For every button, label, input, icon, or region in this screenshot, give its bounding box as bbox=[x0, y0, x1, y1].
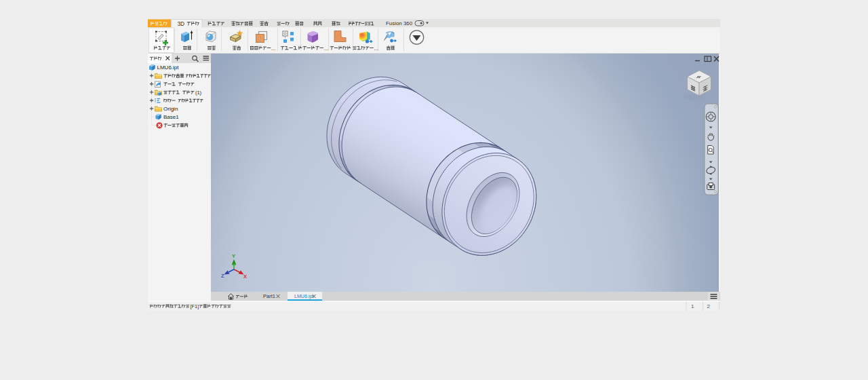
svg-text:...: ... bbox=[374, 45, 378, 52]
svg-text:Part1: Part1 bbox=[263, 293, 275, 299]
svg-text:...: ... bbox=[324, 45, 329, 52]
svg-text:LMU6.ipt: LMU6.ipt bbox=[157, 64, 180, 71]
svg-text:2: 2 bbox=[707, 303, 711, 309]
svg-text:Base1: Base1 bbox=[163, 114, 179, 120]
svg-text:LMU6.ipt: LMU6.ipt bbox=[294, 294, 313, 299]
svg-text:Y: Y bbox=[232, 253, 235, 259]
svg-text:[F1]: [F1] bbox=[191, 303, 199, 309]
svg-text:(1): (1) bbox=[195, 90, 202, 96]
svg-text:Origin: Origin bbox=[163, 106, 178, 112]
svg-text:X: X bbox=[243, 273, 247, 280]
svg-text:3D: 3D bbox=[178, 20, 185, 27]
svg-text:...: ... bbox=[271, 45, 276, 52]
svg-text:1: 1 bbox=[691, 303, 694, 309]
svg-text:Z: Z bbox=[221, 273, 224, 279]
svg-text:Fusion 360: Fusion 360 bbox=[386, 20, 413, 26]
